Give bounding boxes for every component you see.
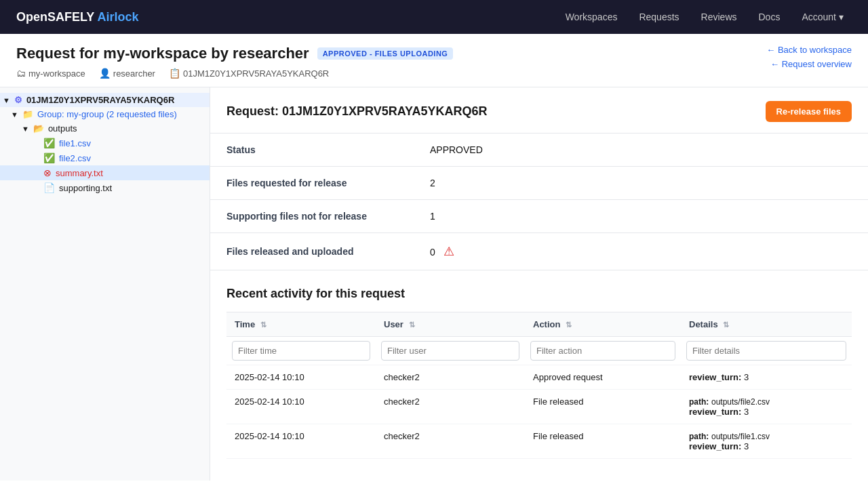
filter-details-cell <box>681 337 852 365</box>
row3-review-line: review_turn: 3 <box>689 441 844 451</box>
tree-root-label: 01JM1Z0Y1XPRV5RAYA5YKARQ6R <box>26 95 174 105</box>
files-released-label: Files released and uploaded <box>210 233 414 270</box>
tree-item-summary[interactable]: ⊗ summary.txt <box>0 165 210 180</box>
files-requested-value: 2 <box>414 167 868 200</box>
user-icon: 👤 <box>99 68 111 79</box>
tree-outputs-label: outputs <box>48 123 77 134</box>
col-header-details: Details ⇅ <box>681 312 852 337</box>
col-header-time: Time ⇅ <box>226 312 376 337</box>
workspace-name: my-workspace <box>28 68 85 79</box>
tree-outputs-folder[interactable]: ▼ 📂 outputs <box>0 121 210 136</box>
brand-airlock: Airlock <box>97 10 138 24</box>
activity-title: Recent activity for this request <box>226 287 852 301</box>
filter-user-input[interactable] <box>381 341 519 361</box>
error-icon: ⊗ <box>43 167 52 178</box>
filter-time-input[interactable] <box>232 341 370 361</box>
tree-gear-icon: ⚙ <box>14 95 22 105</box>
page-header: Request for my-workspace by researcher A… <box>0 34 868 87</box>
filter-details-input[interactable] <box>686 341 846 361</box>
brand-open: Open <box>16 10 47 24</box>
row3-details: path: outputs/file1.csv review_turn: 3 <box>681 424 852 459</box>
meta-user: 👤 researcher <box>99 68 155 79</box>
nav-reviews[interactable]: Reviews <box>693 7 745 26</box>
table-row: 2025-02-14 10:10 checker2 File released … <box>226 424 852 459</box>
request-overview-link[interactable]: ← Request overview <box>766 59 852 69</box>
supporting-row: Supporting files not for release 1 <box>210 200 868 233</box>
activity-header-row: Time ⇅ User ⇅ Action ⇅ Details <box>226 312 852 337</box>
files-requested-label: Files requested for release <box>210 167 414 200</box>
account-menu[interactable]: Account ▾ <box>793 7 852 26</box>
row2-path-line: path: outputs/file2.csv <box>689 396 844 407</box>
activity-section: Recent activity for this request Time ⇅ … <box>210 270 868 459</box>
status-row: Status APPROVED <box>210 134 868 167</box>
row3-time: 2025-02-14 10:10 <box>226 424 376 459</box>
tree-file1-label: file1.csv <box>59 138 91 148</box>
page-title-text: Request for my-workspace by researcher <box>16 45 309 62</box>
chevron-down-icon: ▼ <box>22 125 29 133</box>
tree-group[interactable]: ▼ 📁 Group: my-group (2 requested files) <box>0 107 210 121</box>
table-row: 2025-02-14 10:10 checker2 Approved reque… <box>226 365 852 390</box>
tree-supporting-label: supporting.txt <box>59 183 112 193</box>
request-title: Request: 01JM1Z0Y1XPRV5RAYA5YKARQ6R <box>226 104 488 119</box>
nav-requests[interactable]: Requests <box>631 7 687 26</box>
page-meta: 🗂 my-workspace 👤 researcher 📋 01JM1Z0Y1X… <box>16 68 453 79</box>
filter-action-cell <box>525 337 681 365</box>
tree-group-label: Group: my-group (2 requested files) <box>37 109 177 119</box>
chevron-down-icon: ▼ <box>3 96 10 104</box>
request-id: 01JM1Z0Y1XPRV5RAYA5YKARQ6R <box>183 68 329 79</box>
row2-user: checker2 <box>376 390 525 424</box>
row3-user: checker2 <box>376 424 525 459</box>
files-released-value: 0 <box>430 247 435 258</box>
status-badge: APPROVED - FILES UPLOADING <box>317 47 454 60</box>
file-icon: 📄 <box>43 182 55 193</box>
nav-links: Workspaces Requests Reviews Docs Account… <box>557 7 852 26</box>
files-requested-row: Files requested for release 2 <box>210 167 868 200</box>
id-icon: 📋 <box>169 68 180 79</box>
table-row: 2025-02-14 10:10 checker2 File released … <box>226 390 852 424</box>
meta-workspace: 🗂 my-workspace <box>16 68 85 79</box>
tree-summary-label: summary.txt <box>56 168 103 178</box>
nav-workspaces[interactable]: Workspaces <box>557 7 626 26</box>
sort-icon-details[interactable]: ⇅ <box>723 321 729 329</box>
rerelease-button[interactable]: Re-release files <box>766 101 852 122</box>
status-label: Status <box>210 134 414 167</box>
status-value: APPROVED <box>414 134 868 167</box>
workspace-icon: 🗂 <box>16 68 26 79</box>
filter-row <box>226 337 852 365</box>
tree-item-supporting[interactable]: 📄 supporting.txt <box>0 180 210 195</box>
col-header-user: User ⇅ <box>376 312 525 337</box>
row1-details: review_turn: 3 <box>681 365 852 390</box>
tree-item-file2[interactable]: ✅ file2.csv <box>0 150 210 165</box>
row2-details: path: outputs/file2.csv review_turn: 3 <box>681 390 852 424</box>
info-table: Status APPROVED Files requested for rele… <box>210 134 868 270</box>
sort-icon-action[interactable]: ⇅ <box>566 321 572 329</box>
sidebar: ▼ ⚙ 01JM1Z0Y1XPRV5RAYA5YKARQ6R ▼ 📁 Group… <box>0 87 210 481</box>
activity-table: Time ⇅ User ⇅ Action ⇅ Details <box>226 312 852 459</box>
files-released-value-cell: 0 ⚠ <box>414 233 868 270</box>
header-right: ← Back to workspace ← Request overview <box>766 45 852 69</box>
user-name: researcher <box>113 68 155 79</box>
row2-review-line: review_turn: 3 <box>689 407 844 417</box>
filter-action-input[interactable] <box>530 341 675 361</box>
main-layout: ▼ ⚙ 01JM1Z0Y1XPRV5RAYA5YKARQ6R ▼ 📁 Group… <box>0 87 868 481</box>
sort-icon-time[interactable]: ⇅ <box>260 321 267 329</box>
check-circle-icon: ✅ <box>43 152 55 163</box>
nav-docs[interactable]: Docs <box>751 7 789 26</box>
activity-tbody: 2025-02-14 10:10 checker2 Approved reque… <box>226 365 852 459</box>
row1-time: 2025-02-14 10:10 <box>226 365 376 390</box>
sort-icon-user[interactable]: ⇅ <box>409 321 415 329</box>
back-to-workspace-link[interactable]: ← Back to workspace <box>766 45 852 55</box>
supporting-value: 1 <box>414 200 868 233</box>
navbar: OpenSAFELY Airlock Workspaces Requests R… <box>0 0 868 34</box>
folder-icon: 📂 <box>33 123 44 134</box>
chevron-down-icon: ▼ <box>11 110 18 119</box>
meta-request-id: 📋 01JM1Z0Y1XPRV5RAYA5YKARQ6R <box>169 68 329 79</box>
tree-root[interactable]: ▼ ⚙ 01JM1Z0Y1XPRV5RAYA5YKARQ6R <box>0 93 210 107</box>
page-title: Request for my-workspace by researcher A… <box>16 45 453 62</box>
row1-user: checker2 <box>376 365 525 390</box>
files-released-row: Files released and uploaded 0 ⚠ <box>210 233 868 270</box>
tree-item-file1[interactable]: ✅ file1.csv <box>0 136 210 150</box>
filter-time-cell <box>226 337 376 365</box>
col-header-action: Action ⇅ <box>525 312 681 337</box>
supporting-label: Supporting files not for release <box>210 200 414 233</box>
